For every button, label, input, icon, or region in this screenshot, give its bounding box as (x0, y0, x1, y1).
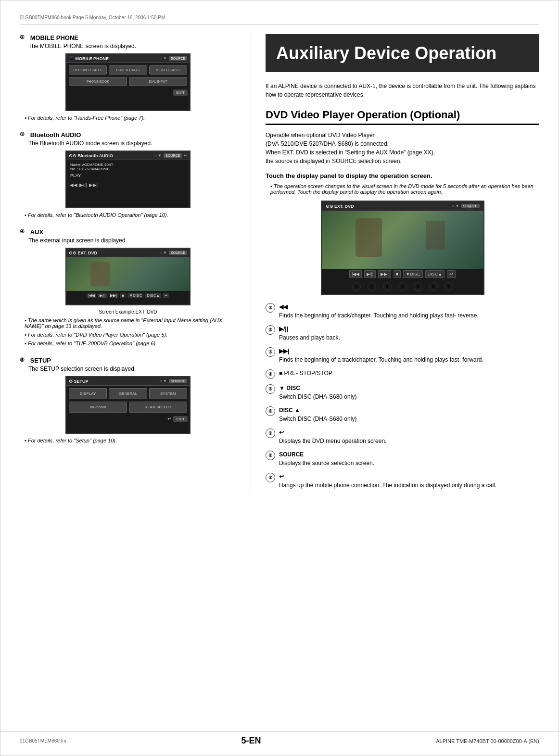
section-aux: ④ AUX The external input screen is displ… (20, 228, 236, 346)
section-title-aux: AUX (30, 228, 43, 236)
bt-screen-header: ⊙⊙ Bluetooth AUDIO ○ ▼ SOURCE ↩ (66, 151, 190, 160)
bottom-file-name: 01GB05TMEM860.fm (20, 738, 66, 743)
bt-note: For details, refer to "Bluetooth AUDIO O… (25, 212, 236, 218)
dvd-video-section: DVD Video Player Operation (Optional) Op… (266, 109, 539, 490)
numbered-circles: 1 2 3 4 5 6 7 (322, 279, 483, 294)
feature-item-9: ⑨ ↩ Hangs up the mobile phone connection… (266, 472, 539, 490)
setup-screen-header: ⚙ SETUP ○ ▼ SOURCE (66, 377, 190, 386)
aux-dvd-screen: ⊙⊙ EXT. DVD ○ ▼ SOURCE WIDE |◀◀ ▶/|| ▶▶| (65, 248, 191, 305)
main-layout: ② MOBILE PHONE The MOBILE PHONE screen i… (20, 34, 539, 494)
feature-item-1: ① ◀◀ Finds the beginning of track/chapte… (266, 302, 539, 320)
section-title-setup: SETUP (30, 357, 51, 364)
setup-screen: ⚙ SETUP ○ ▼ SOURCE DISPLAY GENERAL SYSTE… (65, 376, 191, 434)
large-dvd-screen: ⊙⊙ EXT. DVD ○ ▼ SOURCE 8 WIDE 9 (321, 201, 484, 295)
section-desc-mobile: The MOBILE PHONE screen is displayed. (28, 43, 236, 50)
large-dvd-controls: |◀◀ ▶/|| ▶▶| ■ ▼DISC DISC▲ ↩ (322, 269, 483, 279)
feature-item-3: ③ ▶▶| Finds the beginning of a track/cha… (266, 347, 539, 364)
section-title-bt: Bluetooth AUDIO (30, 131, 81, 139)
bt-content: Name:VODAFONE-904T No. :+81-3-3494-8958 … (66, 160, 190, 180)
bottom-bar: 01GB05TMEM860.fm 5-EN ALPINE TME-M740BT … (0, 731, 559, 746)
model-info: ALPINE TME-M740BT 00-00000Z00-A (EN) (436, 738, 539, 744)
feature-item-2: ② ▶/|| Pauses and plays back. (266, 325, 539, 342)
aux-note-2: For details, refer to "DVD Video Player … (25, 332, 236, 338)
aux-controls: |◀◀ ▶/|| ▶▶| ■ ▼DISC DISC▲ ↩ (66, 291, 190, 300)
aux-note-1: The name which is given as the source na… (25, 317, 236, 329)
dvd-operable-text: Operable when optional DVD Video Player … (266, 131, 539, 165)
section-num-4: ④ (20, 228, 28, 235)
page-number: 5-EN (241, 736, 261, 746)
mobile-phone-screen: 📱 MOBILE PHONE ○ ▼ SOURCE RECEIVED CALLS… (65, 53, 191, 111)
feature-list: ① ◀◀ Finds the beginning of track/chapte… (266, 302, 539, 490)
large-dvd-wrapper: ⊙⊙ EXT. DVD ○ ▼ SOURCE 8 WIDE 9 (311, 201, 494, 295)
section-title-mobile: MOBILE PHONE (30, 34, 78, 41)
section-setup: ⑤ SETUP The SETUP selection screen is di… (20, 357, 236, 443)
mobile-screen-header: 📱 MOBILE PHONE ○ ▼ SOURCE (66, 54, 190, 63)
feature-item-7: ⑦ ↩ Displays the DVD menu operation scre… (266, 428, 539, 445)
large-screen-video (322, 211, 483, 269)
aux-screen-header: ⊙⊙ EXT. DVD ○ ▼ SOURCE (66, 249, 190, 257)
touch-display-title: Touch the display panel to display the o… (266, 172, 539, 179)
page-container: 01GB00TMEM860.book Page 5 Monday, Octobe… (0, 0, 559, 756)
page-title: Auxiliary Device Operation (276, 43, 529, 63)
setup-note: For details, refer to "Setup" (page 10). (25, 438, 236, 443)
large-screen-header: ⊙⊙ EXT. DVD ○ ▼ SOURCE 8 (322, 202, 483, 211)
right-column: Auxiliary Device Operation If an ALPINE … (251, 34, 539, 494)
feature-item-6: ⑥ DISC ▲ Switch DISC (DHA-S680 only) (266, 406, 539, 423)
mobile-buttons-grid: RECEIVED CALLS DIALED CALLS MISSED CALLS (66, 63, 190, 77)
file-info-top: 01GB00TMEM860.book Page 5 Monday, Octobe… (20, 15, 539, 25)
intro-text: If an ALPINE device is connected to AUX-… (266, 82, 539, 99)
section-desc-setup: The SETUP selection screen is displayed. (28, 365, 236, 372)
section-desc-bt: The Bluetooth AUDIO mode screen is displ… (28, 140, 236, 147)
aux-note-3: For details, refer to "TUE-200DVB Operat… (25, 340, 236, 346)
file-info-text: 01GB00TMEM860.book Page 5 Monday, Octobe… (20, 15, 165, 20)
section-num-2: ② (20, 34, 28, 40)
feature-item-4: ④ ■ PRE- STOP/STOP (266, 369, 539, 379)
section-num-3: ③ (20, 131, 28, 138)
left-column: ② MOBILE PHONE The MOBILE PHONE screen i… (20, 34, 251, 494)
section-desc-aux: The external input screen is displayed. (28, 237, 236, 244)
feature-item-5: ⑤ ▼ DISC Switch DISC (DHA-S680 only) (266, 384, 539, 401)
section-num-5: ⑤ (20, 357, 28, 363)
feature-item-8: ⑧ SOURCE Displays the source selection s… (266, 450, 539, 467)
page-title-block: Auxiliary Device Operation (266, 34, 539, 72)
mobile-note: For details, refer to "Hands-Free Phone"… (25, 115, 236, 121)
touch-note: The operation screen changes to the visu… (266, 183, 539, 195)
section-bluetooth: ③ Bluetooth AUDIO The Bluetooth AUDIO mo… (20, 131, 236, 218)
aux-video (66, 257, 190, 291)
section-mobile-phone: ② MOBILE PHONE The MOBILE PHONE screen i… (20, 34, 236, 121)
dvd-section-title: DVD Video Player Operation (Optional) (266, 109, 539, 125)
bluetooth-screen: ⊙⊙ Bluetooth AUDIO ○ ▼ SOURCE ↩ Name:VOD… (65, 151, 191, 208)
dvd-caption: Screen Example:EXT. DVD (20, 309, 236, 315)
